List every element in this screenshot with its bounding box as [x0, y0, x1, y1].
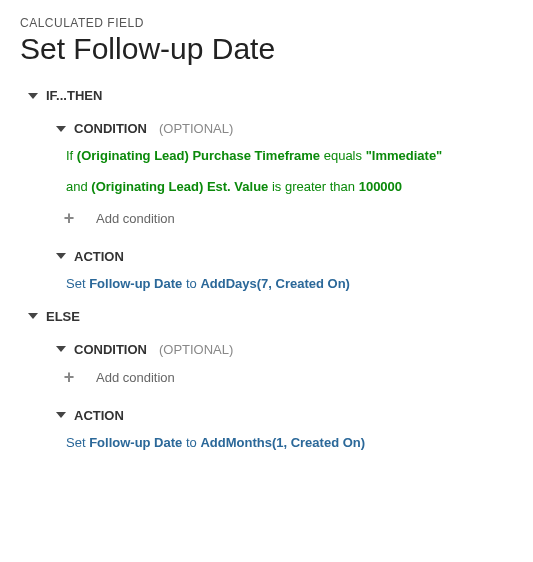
condition-expression-1[interactable]: If (Originating Lead) Purchase Timeframe…	[52, 140, 513, 171]
else-block: ELSE CONDITION (OPTIONAL) + Add conditio…	[24, 305, 513, 454]
caret-down-icon	[56, 253, 66, 259]
action-label: ACTION	[74, 249, 124, 264]
expr-value: "Immediate"	[366, 148, 443, 163]
action-fn: AddDays(7, Created On)	[200, 276, 350, 291]
action-set: Set	[66, 276, 86, 291]
expr-field: (Originating Lead) Est. Value	[91, 179, 268, 194]
else-condition-block: CONDITION (OPTIONAL) + Add condition	[52, 338, 513, 394]
else-action-block: ACTION Set Follow-up Date to AddMonths(1…	[52, 404, 513, 454]
action-expression[interactable]: Set Follow-up Date to AddDays(7, Created…	[52, 268, 513, 295]
caret-down-icon	[28, 313, 38, 319]
action-field: Follow-up Date	[89, 435, 182, 450]
caret-down-icon	[56, 126, 66, 132]
condition-header[interactable]: CONDITION (OPTIONAL)	[52, 338, 513, 361]
expr-prefix: If	[66, 148, 73, 163]
caret-down-icon	[28, 93, 38, 99]
action-header[interactable]: ACTION	[52, 245, 513, 268]
condition-header[interactable]: CONDITION (OPTIONAL)	[52, 117, 513, 140]
action-header[interactable]: ACTION	[52, 404, 513, 427]
else-label: ELSE	[46, 309, 80, 324]
action-set: Set	[66, 435, 86, 450]
action-to: to	[186, 276, 197, 291]
condition-label: CONDITION	[74, 342, 147, 357]
expr-op: is greater than	[272, 179, 355, 194]
caret-down-icon	[56, 412, 66, 418]
ifthen-action-block: ACTION Set Follow-up Date to AddDays(7, …	[52, 245, 513, 295]
condition-label: CONDITION	[74, 121, 147, 136]
add-condition-button[interactable]: + Add condition	[52, 361, 513, 394]
action-fn: AddMonths(1, Created On)	[200, 435, 365, 450]
ifthen-block: IF...THEN CONDITION (OPTIONAL) If (Origi…	[24, 84, 513, 295]
add-condition-label: Add condition	[96, 370, 175, 385]
add-condition-button[interactable]: + Add condition	[52, 202, 513, 235]
ifthen-condition-block: CONDITION (OPTIONAL) If (Originating Lea…	[52, 117, 513, 235]
condition-expression-2[interactable]: and (Originating Lead) Est. Value is gre…	[52, 171, 513, 202]
expr-prefix: and	[66, 179, 88, 194]
else-header[interactable]: ELSE	[24, 305, 513, 328]
action-expression[interactable]: Set Follow-up Date to AddMonths(1, Creat…	[52, 427, 513, 454]
plus-icon: +	[60, 367, 78, 388]
action-to: to	[186, 435, 197, 450]
expr-value: 100000	[359, 179, 402, 194]
ifthen-header[interactable]: IF...THEN	[24, 84, 513, 107]
optional-label: (OPTIONAL)	[159, 121, 233, 136]
action-label: ACTION	[74, 408, 124, 423]
add-condition-label: Add condition	[96, 211, 175, 226]
expr-op: equals	[324, 148, 362, 163]
expr-field: (Originating Lead) Purchase Timeframe	[77, 148, 320, 163]
page-title: Set Follow-up Date	[20, 32, 513, 66]
page-subtitle: CALCULATED FIELD	[20, 16, 513, 30]
plus-icon: +	[60, 208, 78, 229]
caret-down-icon	[56, 346, 66, 352]
action-field: Follow-up Date	[89, 276, 182, 291]
ifthen-label: IF...THEN	[46, 88, 102, 103]
optional-label: (OPTIONAL)	[159, 342, 233, 357]
